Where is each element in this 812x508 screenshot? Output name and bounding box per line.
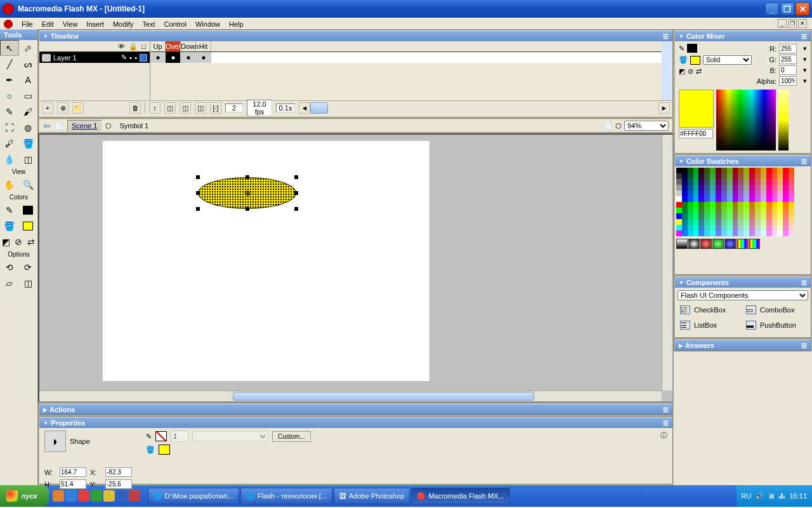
custom-button[interactable]: Custom... [272, 431, 311, 442]
no-color-icon[interactable]: ⊘ [688, 67, 693, 76]
subselect-tool[interactable]: ⬀ [19, 40, 38, 56]
r-input[interactable] [779, 44, 797, 53]
line-tool[interactable]: ╱ [0, 56, 19, 72]
mdi-minimize-button[interactable]: _ [778, 19, 787, 28]
height-input[interactable] [60, 479, 86, 489]
checkbox-component[interactable]: ☑CheckBox [680, 305, 740, 314]
smooth-option[interactable]: ⟳ [19, 259, 38, 275]
fill-color-swatch[interactable] [19, 218, 38, 234]
task-item-active[interactable]: 🔴Macromedia Flash MX... [411, 488, 509, 504]
menu-text[interactable]: Text [142, 20, 155, 28]
start-button[interactable]: пуск [0, 485, 49, 507]
paint-bucket-tool[interactable]: 🪣 [19, 135, 38, 151]
scene-crumb[interactable]: Scene 1 [67, 120, 102, 131]
scroll-right-button[interactable]: ► [658, 102, 670, 114]
answers-header[interactable]: ▶Answers☰ [675, 340, 811, 351]
color-picker[interactable] [716, 90, 776, 150]
default-colors-icon[interactable]: ◩ [679, 67, 685, 76]
menu-window[interactable]: Window [195, 20, 220, 28]
brush-tool[interactable]: 🖌 [19, 104, 38, 119]
task-item[interactable]: 🌐D:\Мои разработки\... [148, 488, 239, 504]
free-transform-tool[interactable]: ⛶ [0, 119, 19, 135]
frames-row[interactable] [150, 52, 662, 63]
rectangle-tool[interactable]: ▭ [19, 88, 38, 104]
value-slider[interactable] [778, 90, 789, 150]
lasso-tool[interactable]: ᔕ [19, 56, 38, 72]
stroke-swatch[interactable] [155, 431, 167, 441]
system-tray[interactable]: RU 🔊 🖥 🖧 16:11 [737, 485, 812, 507]
minimize-button[interactable]: _ [765, 3, 779, 15]
text-tool[interactable]: A [19, 72, 38, 88]
swatch-palette[interactable] [676, 168, 794, 236]
mdi-close-button[interactable]: ✕ [798, 19, 807, 28]
fill-transform-tool[interactable]: ◍ [19, 119, 38, 135]
oval-tool[interactable]: ○ [0, 88, 19, 104]
b-input[interactable] [779, 65, 797, 75]
menu-insert[interactable]: Insert [86, 20, 104, 28]
eyedropper-tool[interactable]: 💧 [0, 151, 19, 167]
lang-indicator[interactable]: RU [742, 492, 752, 500]
pencil-tool[interactable]: ✎ [0, 104, 19, 119]
stage-scrollbar-h[interactable] [39, 391, 662, 401]
add-layer-button[interactable]: + [42, 102, 53, 114]
tools-header[interactable]: Tools [0, 29, 37, 40]
mixer-fill-swatch[interactable] [690, 56, 700, 65]
tray-icon[interactable]: 🔊 [755, 492, 764, 500]
arrow-tool[interactable]: ↖ [0, 40, 19, 56]
y-input[interactable] [105, 479, 132, 489]
pushbutton-component[interactable]: ▬PushButton [746, 321, 806, 330]
default-colors-button[interactable]: ◩ [0, 234, 13, 250]
ink-bottle-tool[interactable]: 🖋 [0, 135, 19, 151]
onion-outline-button[interactable]: ◫ [180, 102, 191, 114]
swap-colors-icon[interactable]: ⇄ [696, 67, 702, 76]
selected-shape[interactable]: ⊕ [198, 177, 296, 209]
eye-icon[interactable]: 👁 [118, 43, 125, 50]
task-item[interactable]: 🌐Flash - технология [... [240, 488, 332, 504]
help-icon[interactable]: ⓘ [660, 431, 667, 440]
stroke-color-swatch[interactable] [19, 202, 38, 218]
straighten-option[interactable]: ▱ [0, 275, 19, 291]
snap-option[interactable]: ⟲ [0, 259, 19, 275]
zoom-tool[interactable]: 🔍 [19, 177, 38, 192]
zoom-select[interactable]: 94% [624, 121, 669, 131]
menu-modify[interactable]: Modify [113, 20, 133, 28]
edit-multiple-button[interactable]: ◫ [195, 102, 206, 114]
g-input[interactable] [779, 55, 797, 64]
stage[interactable]: ⊕ [103, 141, 429, 381]
edit-symbol-button[interactable]: ⬡ [615, 122, 622, 130]
color-swatches-header[interactable]: ▼Color Swatches☰ [675, 156, 811, 166]
eraser-tool[interactable]: ◫ [19, 151, 38, 167]
outline-icon[interactable]: □ [141, 43, 146, 50]
no-color-button[interactable]: ⊘ [13, 234, 25, 250]
combobox-component[interactable]: ▭ComboBox [746, 305, 806, 314]
quick-launch[interactable] [49, 490, 144, 502]
layer-row[interactable]: Layer 1 ✎•• [39, 52, 150, 63]
stage-area[interactable]: ⊕ [38, 133, 674, 403]
mdi-restore-button[interactable]: ❐ [788, 19, 797, 28]
pen-tool[interactable]: ✒ [0, 72, 19, 88]
fill-swatch[interactable] [159, 444, 170, 455]
properties-header[interactable]: ▼Properties☰ [39, 417, 672, 428]
frame-ruler[interactable]: Up Over Down Hit [150, 41, 662, 52]
fill-type-select[interactable]: Solid [703, 55, 752, 65]
swap-colors-button[interactable]: ⇄ [25, 234, 37, 250]
menu-file[interactable]: File [22, 20, 33, 28]
component-set-select[interactable]: Flash UI Components [678, 290, 808, 300]
alpha-input[interactable] [779, 76, 797, 86]
listbox-component[interactable]: ☰ListBox [680, 321, 740, 330]
actions-header[interactable]: ▶Actions☰ [39, 404, 672, 415]
x-input[interactable] [105, 467, 132, 477]
menu-view[interactable]: View [63, 20, 78, 28]
hand-tool[interactable]: ✋ [0, 177, 19, 192]
tray-icon[interactable]: 🖧 [778, 492, 785, 500]
task-item[interactable]: 🖼Adobe Photoshop [334, 488, 410, 504]
menu-help[interactable]: Help [229, 20, 244, 28]
timeline-scrollbar-v[interactable] [662, 41, 672, 100]
back-button[interactable]: ⇦ [43, 121, 51, 131]
menu-control[interactable]: Control [164, 20, 186, 28]
rotate-option[interactable]: ◫ [19, 275, 38, 291]
add-guide-button[interactable]: ⊕ [57, 102, 69, 114]
color-mixer-header[interactable]: ▼Color Mixer☰ [675, 30, 811, 41]
tray-icon[interactable]: 🖥 [768, 492, 775, 500]
maximize-button[interactable]: ❐ [780, 3, 794, 15]
